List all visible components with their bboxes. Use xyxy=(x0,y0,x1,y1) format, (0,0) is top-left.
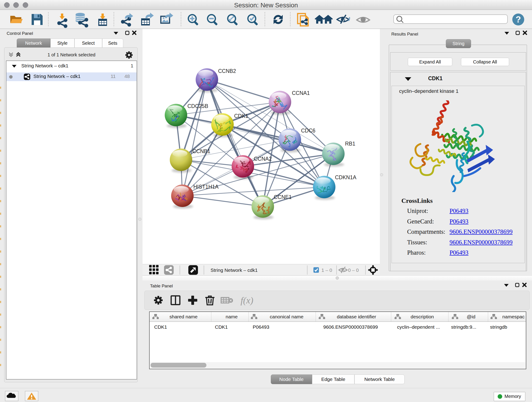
svg-text:CDC25B: CDC25B xyxy=(187,103,208,109)
svg-text:?: ? xyxy=(515,15,521,24)
svg-text:1 – 0: 1 – 0 xyxy=(322,268,332,273)
svg-text:CDC6: CDC6 xyxy=(301,128,316,134)
svg-text:CCNB2: CCNB2 xyxy=(218,68,236,74)
svg-text:CCNA2: CCNA2 xyxy=(254,156,272,162)
svg-text:namespac: namespac xyxy=(502,314,525,319)
svg-text:CDK1: CDK1 xyxy=(215,324,228,330)
svg-text:database identifier: database identifier xyxy=(337,314,376,319)
svg-text:stringdb:9...: stringdb:9... xyxy=(451,324,476,330)
svg-text:shared name: shared name xyxy=(170,314,198,319)
svg-text:RB1: RB1 xyxy=(345,141,355,147)
svg-text:@id: @id xyxy=(467,314,475,319)
svg-text:0 – 0: 0 – 0 xyxy=(348,268,359,273)
svg-text:stringdb: stringdb xyxy=(490,324,507,330)
svg-text:description: description xyxy=(411,314,434,319)
svg-text:cyclin–dependent ...: cyclin–dependent ... xyxy=(397,324,440,330)
svg-text:HIST1H1A: HIST1H1A xyxy=(193,184,219,190)
svg-text:CDK1: CDK1 xyxy=(154,324,167,330)
svg-text:CCNB1: CCNB1 xyxy=(192,148,210,154)
svg-text:canonical name: canonical name xyxy=(270,314,303,319)
svg-text:P06493: P06493 xyxy=(253,324,269,330)
svg-text:CCNE1: CCNE1 xyxy=(274,194,292,200)
svg-text:CDK1: CDK1 xyxy=(234,113,248,119)
svg-text:String Network – cdk1: String Network – cdk1 xyxy=(210,268,258,273)
svg-text:CDKN1A: CDKN1A xyxy=(335,174,356,180)
svg-text:CCNA1: CCNA1 xyxy=(292,90,310,96)
svg-text:9606.ENSP00000378699: 9606.ENSP00000378699 xyxy=(323,324,378,330)
svg-text:f(x): f(x) xyxy=(241,295,253,306)
svg-text:name: name xyxy=(226,314,238,319)
